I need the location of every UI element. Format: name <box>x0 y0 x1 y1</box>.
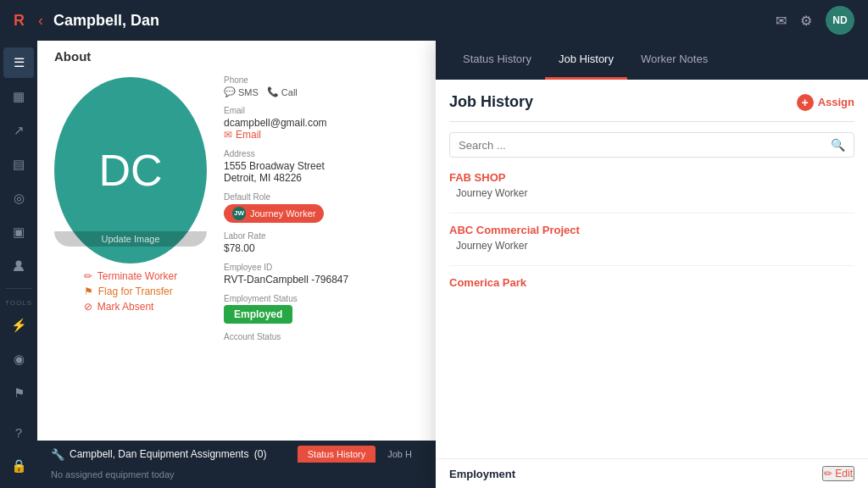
job-history-mini-tab[interactable]: Job H <box>377 446 422 463</box>
top-nav-icons: ✉ ⚙ ND <box>776 6 854 35</box>
panel-title-row: Job History + Assign <box>449 93 854 111</box>
page-title: Campbell, Dan <box>53 12 765 30</box>
bottom-tab-row: Status History Job H <box>298 446 422 463</box>
search-box: 🔍 <box>449 132 854 158</box>
back-button[interactable]: ‹ <box>38 12 43 30</box>
job-company-abc[interactable]: ABC Commercial Project <box>449 224 854 236</box>
employment-edit-button[interactable]: ✏ Edit <box>822 466 854 481</box>
worker-notes-tab[interactable]: Worker Notes <box>627 41 721 80</box>
sidebar-item-wifi[interactable]: ◉ <box>3 344 34 374</box>
panel-title: Job History <box>449 93 533 111</box>
call-icon: 📞 <box>267 86 279 97</box>
job-item-abc: ABC Commercial Project Journey Worker <box>449 224 854 252</box>
sidebar-item-table[interactable]: ▤ <box>3 149 34 180</box>
user-avatar[interactable]: ND <box>826 6 854 35</box>
search-icon: 🔍 <box>831 138 845 152</box>
worker-actions: ✏ Terminate Worker ⚑ Flag for Transfer ⊘… <box>84 263 177 313</box>
job-role-fab-shop: Journey Worker <box>449 187 854 199</box>
main-layout: ☰ ▦ ↗ ▤ ◎ ▣ TOOLS ⚡ ◉ ⚑ ? 🔒 About ⚙ <box>0 41 868 488</box>
panel-bottom-strip: Employment ✏ Edit <box>436 458 868 488</box>
equipment-assignment: 🔧 Campbell, Dan Equipment Assignments (0… <box>51 448 266 461</box>
flag-icon: ⚑ <box>84 286 93 297</box>
job-divider-2 <box>449 265 854 266</box>
sidebar-item-building[interactable]: ▣ <box>3 217 34 247</box>
role-badge: JW Journey Worker <box>224 204 324 223</box>
sms-icon: 💬 <box>224 86 236 97</box>
content-area: About ⚙ ✏ Edit DC Update Image <box>37 41 868 488</box>
panel-divider <box>449 121 854 122</box>
panel-tabs: Status History Job History Worker Notes <box>436 41 868 80</box>
employment-label: Employment <box>449 468 515 480</box>
edit-pencil-icon: ✏ <box>824 468 832 480</box>
update-image-overlay[interactable]: Update Image <box>54 231 207 247</box>
about-section: About ⚙ ✏ Edit DC Update Image <box>37 41 868 488</box>
job-history-panel: Status History Job History Worker Notes … <box>436 41 868 488</box>
job-role-abc: Journey Worker <box>449 240 854 252</box>
gear-icon[interactable]: ⚙ <box>800 13 812 29</box>
role-badge-initials: JW <box>232 207 246 220</box>
job-history-tab[interactable]: Job History <box>545 41 627 80</box>
svg-point-0 <box>16 261 22 267</box>
bottom-bar: 🔧 Campbell, Dan Equipment Assignments (0… <box>37 441 436 488</box>
sidebar-item-location[interactable]: ◎ <box>3 183 34 214</box>
job-company-comerica[interactable]: Comerica Park <box>449 276 854 289</box>
mail-icon[interactable]: ✉ <box>776 13 787 29</box>
equipment-label: Campbell, Dan Equipment Assignments (0) <box>70 448 266 460</box>
job-company-fab-shop[interactable]: FAB SHOP <box>449 171 854 184</box>
mail-icon: ✉ <box>224 129 232 141</box>
assign-plus-icon: + <box>797 94 814 111</box>
job-divider <box>449 213 854 214</box>
status-history-tab[interactable]: Status History <box>449 41 545 80</box>
sms-button[interactable]: 💬 SMS <box>224 86 259 97</box>
pencil-icon: ✏ <box>84 270 92 282</box>
search-input[interactable] <box>459 139 824 152</box>
sidebar-item-flag[interactable]: ⚑ <box>3 378 34 408</box>
job-item-comerica: Comerica Park <box>449 276 854 289</box>
left-sidebar: ☰ ▦ ↗ ▤ ◎ ▣ TOOLS ⚡ ◉ ⚑ ? 🔒 <box>0 41 37 488</box>
terminate-worker-link[interactable]: ✏ Terminate Worker <box>84 270 177 282</box>
app-logo: R <box>14 12 25 30</box>
panel-content: Job History + Assign 🔍 FAB SHOP <box>436 80 868 458</box>
wrench-icon: 🔧 <box>51 448 64 461</box>
status-history-tab[interactable]: Status History <box>298 446 376 463</box>
employed-badge: Employed <box>224 305 292 324</box>
sidebar-item-charts[interactable]: ▦ <box>3 81 34 112</box>
sidebar-item-help[interactable]: ? <box>3 417 34 447</box>
sidebar-bottom: ? 🔒 <box>3 417 34 488</box>
about-title: About <box>54 49 91 64</box>
sidebar-item-lock[interactable]: 🔒 <box>3 451 34 481</box>
worker-avatar: DC Update Image <box>54 77 207 263</box>
sidebar-item-trending[interactable]: ↗ <box>3 115 34 146</box>
job-item-fab-shop: FAB SHOP Journey Worker <box>449 171 854 199</box>
no-equipment-text: No assigned equipment today <box>37 463 436 488</box>
mark-absent-link[interactable]: ⊘ Mark Absent <box>84 301 177 313</box>
flag-transfer-link[interactable]: ⚑ Flag for Transfer <box>84 286 177 297</box>
assign-button[interactable]: + Assign <box>797 94 854 111</box>
sidebar-item-person[interactable] <box>3 251 34 281</box>
sidebar-divider <box>6 288 31 289</box>
sidebar-item-menu[interactable]: ☰ <box>3 47 34 78</box>
absent-icon: ⊘ <box>84 301 92 313</box>
tools-label: TOOLS <box>5 299 32 307</box>
sidebar-item-lightning[interactable]: ⚡ <box>3 310 34 341</box>
top-navigation: R ‹ Campbell, Dan ✉ ⚙ ND <box>0 0 868 41</box>
call-button[interactable]: 📞 Call <box>267 86 298 97</box>
